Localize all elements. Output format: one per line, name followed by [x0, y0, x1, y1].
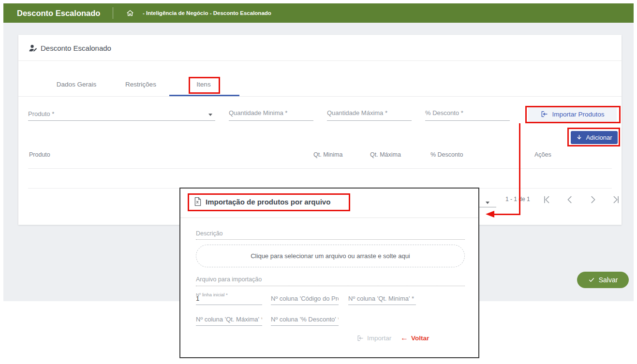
- col-codigo-produto-input[interactable]: [271, 293, 339, 305]
- app-screen: Desconto Escalonado - Inteligência de Ne…: [0, 0, 637, 364]
- page-title: Desconto Escalonado: [41, 44, 111, 52]
- tab-itens[interactable]: Itens: [172, 73, 235, 96]
- adicionar-button[interactable]: Adicionar: [571, 131, 618, 144]
- produto-select-label: Produto *: [28, 110, 54, 117]
- descricao-field: [196, 239, 465, 240]
- table-header-divider: [28, 168, 612, 169]
- voltar-button[interactable]: ← Voltar: [400, 333, 429, 343]
- home-icon[interactable]: [126, 9, 134, 17]
- card-header-divider: [18, 60, 622, 61]
- quantidade-maxima-input[interactable]: [327, 107, 412, 121]
- modal-title: Importação de produtos por arquivo: [206, 198, 330, 206]
- header-divider: [113, 7, 113, 19]
- column-header-produto: Produto: [29, 151, 50, 158]
- next-page-icon[interactable]: [587, 194, 599, 206]
- tab-restricoes[interactable]: Restrições: [109, 73, 172, 96]
- person-edit-icon: [29, 44, 38, 53]
- importar-label: Importar: [367, 335, 391, 342]
- salvar-label: Salvar: [599, 276, 618, 284]
- pagination-range-label: 1 - 1 de 1: [505, 196, 530, 203]
- descricao-label: Descrição: [196, 230, 223, 237]
- quantidade-minima-input[interactable]: [229, 107, 313, 121]
- first-page-icon[interactable]: [541, 194, 552, 206]
- importar-produtos-button[interactable]: Importar Produtos: [528, 106, 617, 122]
- modal-title-divider: [180, 218, 478, 218]
- column-header-qt-minima: Qt. Minima: [313, 151, 342, 158]
- arquivo-importacao-label: Arquivo para importação: [196, 276, 262, 283]
- col-qt-minima-input[interactable]: [348, 293, 416, 305]
- adicionar-label: Adicionar: [586, 134, 612, 141]
- column-header-qt-maxima: Qt. Máxima: [370, 151, 401, 158]
- dropdown-arrow-icon: [208, 114, 212, 116]
- produto-select[interactable]: Produto *: [28, 107, 215, 121]
- arquivo-importacao-field: [196, 286, 465, 286]
- desconto-input[interactable]: [425, 107, 510, 121]
- dropzone-text: Clique para selecionar um arquivo ou arr…: [251, 252, 410, 260]
- col-qt-maxima-input[interactable]: [196, 314, 262, 326]
- column-header-acoes: Ações: [534, 151, 551, 158]
- col-desconto-input[interactable]: [271, 314, 339, 326]
- salvar-button[interactable]: Salvar: [577, 272, 629, 288]
- file-dropzone[interactable]: Clique para selecionar um arquivo ou arr…: [196, 245, 465, 267]
- import-modal: Importação de produtos por arquivo Descr…: [179, 188, 479, 358]
- top-bar: Desconto Escalonado - Inteligência de Ne…: [3, 3, 634, 23]
- tab-dados-gerais[interactable]: Dados Gerais: [45, 73, 108, 96]
- column-header-desconto: % Desconto: [430, 151, 463, 158]
- prev-page-icon[interactable]: [564, 194, 576, 206]
- linha-inicial-input[interactable]: [196, 293, 262, 305]
- dropdown-arrow-icon[interactable]: [486, 202, 489, 204]
- importar-button[interactable]: Importar: [356, 333, 391, 343]
- left-arrow-icon: ←: [400, 334, 408, 342]
- down-arrow-icon: [576, 134, 582, 141]
- import-icon: [356, 335, 364, 342]
- importar-produtos-label: Importar Produtos: [552, 111, 604, 118]
- breadcrumb: - Inteligência de Negócio - Desconto Esc…: [143, 3, 271, 23]
- last-page-icon[interactable]: [610, 194, 622, 206]
- voltar-label: Voltar: [411, 335, 429, 342]
- file-import-icon: [194, 197, 202, 206]
- app-title: Desconto Escalonado: [17, 3, 100, 23]
- import-icon: [540, 110, 548, 118]
- tab-row-border: [18, 96, 622, 97]
- check-icon: [588, 277, 595, 283]
